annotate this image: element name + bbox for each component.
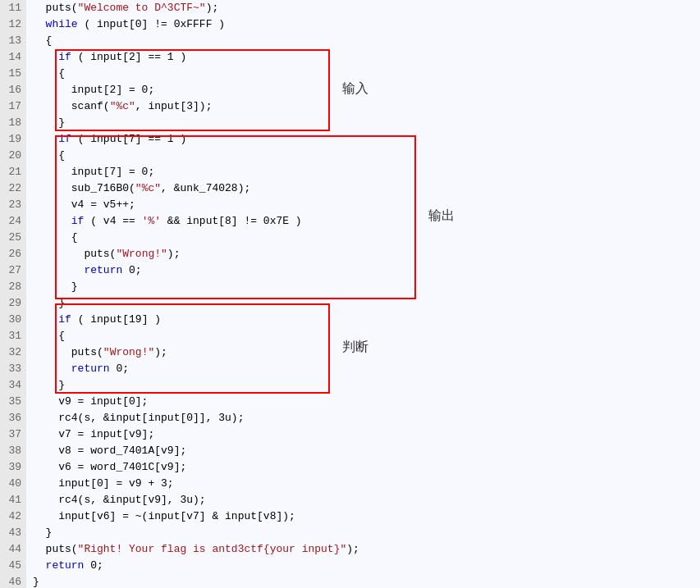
- code-line: v7 = input[v9];: [33, 426, 700, 443]
- code-line: input[2] = 0;: [33, 82, 700, 98]
- line-number: 39: [0, 459, 21, 476]
- code-token: input[0] = v9 + 3;: [33, 477, 174, 490]
- line-number: 22: [0, 180, 21, 197]
- code-line: }: [33, 115, 700, 131]
- code-line: return 0;: [33, 361, 700, 377]
- code-token: }: [33, 526, 52, 539]
- code-token: '%': [142, 215, 161, 227]
- code-token: puts(: [33, 346, 103, 358]
- code-token: {: [33, 231, 78, 244]
- line-number: 34: [0, 377, 21, 394]
- code-token: }: [33, 379, 65, 391]
- code-token: {: [33, 34, 52, 47]
- code-line: }: [33, 279, 700, 295]
- code-line: puts("Right! Your flag is antd3ctf{your …: [33, 541, 700, 558]
- line-number: 15: [0, 66, 21, 82]
- code-token: [33, 133, 58, 145]
- line-number: 46: [0, 574, 21, 588]
- code-token: ( input[19] ): [71, 313, 161, 326]
- line-number: 13: [0, 33, 21, 49]
- line-number: 38: [0, 443, 21, 459]
- code-line: {: [33, 33, 700, 49]
- code-line: if ( input[7] == 1 ): [33, 131, 700, 148]
- code-token: && input[8] != 0x7E ): [161, 215, 302, 227]
- code-line: {: [33, 328, 700, 344]
- line-number: 27: [0, 262, 21, 279]
- code-token: v9 = input[0];: [33, 395, 148, 408]
- line-number: 12: [0, 16, 21, 33]
- code-line: return 0;: [33, 262, 700, 279]
- code-token: [33, 51, 58, 63]
- code-line: v6 = word_7401C[v9];: [33, 459, 700, 476]
- line-number: 25: [0, 230, 21, 246]
- code-token: if: [58, 51, 71, 63]
- code-token: 0;: [110, 362, 129, 375]
- code-token: "Welcome to D^3CTF~": [78, 2, 206, 14]
- code-line: }: [33, 525, 700, 541]
- code-token: rc4(s, &input[v9], 3u);: [33, 494, 206, 506]
- line-number: 44: [0, 541, 21, 558]
- code-token: v8 = word_7401A[v9];: [33, 444, 186, 457]
- line-number: 40: [0, 476, 21, 492]
- line-number: 23: [0, 197, 21, 213]
- code-container: 1112131415161718192021222324252627282930…: [0, 0, 700, 588]
- code-line: }: [33, 377, 700, 394]
- line-number: 19: [0, 131, 21, 148]
- code-token: 0;: [84, 559, 103, 572]
- line-number: 30: [0, 312, 21, 328]
- code-token: return: [71, 362, 110, 375]
- code-line: sub_716B0("%c", &unk_74028);: [33, 180, 700, 197]
- code-token: [33, 215, 71, 227]
- code-line: puts("Wrong!");: [33, 246, 700, 262]
- code-token: );: [154, 346, 167, 358]
- code-token: );: [206, 2, 219, 14]
- code-token: {: [33, 149, 65, 162]
- code-token: 0;: [122, 264, 141, 276]
- code-line: scanf("%c", input[3]);: [33, 98, 700, 115]
- code-token: input[7] = 0;: [33, 166, 154, 178]
- code-token: return: [84, 264, 122, 276]
- code-token: }: [33, 280, 78, 293]
- code-token: puts(: [33, 248, 116, 260]
- line-number: 42: [0, 508, 21, 525]
- code-line: input[7] = 0;: [33, 164, 700, 180]
- code-token: sub_716B0(: [33, 182, 135, 194]
- code-token: ( input[7] == 1 ): [71, 133, 186, 145]
- line-number: 32: [0, 344, 21, 361]
- line-number: 43: [0, 525, 21, 541]
- code-token: , input[3]);: [135, 100, 213, 112]
- code-token: "Wrong!": [116, 248, 167, 260]
- code-token: input[v6] = ~(input[v7] & input[v8]);: [33, 510, 295, 522]
- line-number: 33: [0, 361, 21, 377]
- code-token: [33, 559, 46, 572]
- code-token: }: [33, 297, 65, 309]
- code-token: }: [33, 116, 65, 129]
- code-token: if: [71, 215, 85, 227]
- code-line: rc4(s, &input[v9], 3u);: [33, 492, 700, 508]
- code-token: );: [167, 248, 181, 260]
- code-line: return 0;: [33, 558, 700, 574]
- code-token: v4 = v5++;: [33, 198, 135, 211]
- code-token: , &unk_74028);: [161, 182, 250, 194]
- code-line: {: [33, 230, 700, 246]
- code-line: v8 = word_7401A[v9];: [33, 443, 700, 459]
- code-area: puts("Welcome to D^3CTF~"); while ( inpu…: [26, 0, 700, 588]
- line-number: 29: [0, 295, 21, 312]
- code-line: v4 = v5++;: [33, 197, 700, 213]
- code-line: if ( input[19] ): [33, 312, 700, 328]
- code-line: v9 = input[0];: [33, 394, 700, 410]
- line-number: 28: [0, 279, 21, 295]
- line-number: 26: [0, 246, 21, 262]
- code-token: puts(: [33, 2, 78, 14]
- code-token: [33, 264, 84, 276]
- code-token: "%c": [110, 100, 135, 112]
- line-number: 45: [0, 558, 21, 574]
- code-line: while ( input[0] != 0xFFFF ): [33, 16, 700, 33]
- code-line: }: [33, 295, 700, 312]
- code-token: ( v4 ==: [84, 215, 141, 227]
- code-token: }: [33, 576, 39, 588]
- code-token: while: [33, 18, 78, 30]
- code-token: "Right! Your flag is antd3ctf{your input…: [78, 543, 347, 555]
- code-token: ( input[0] != 0xFFFF ): [78, 18, 225, 30]
- line-number: 20: [0, 148, 21, 164]
